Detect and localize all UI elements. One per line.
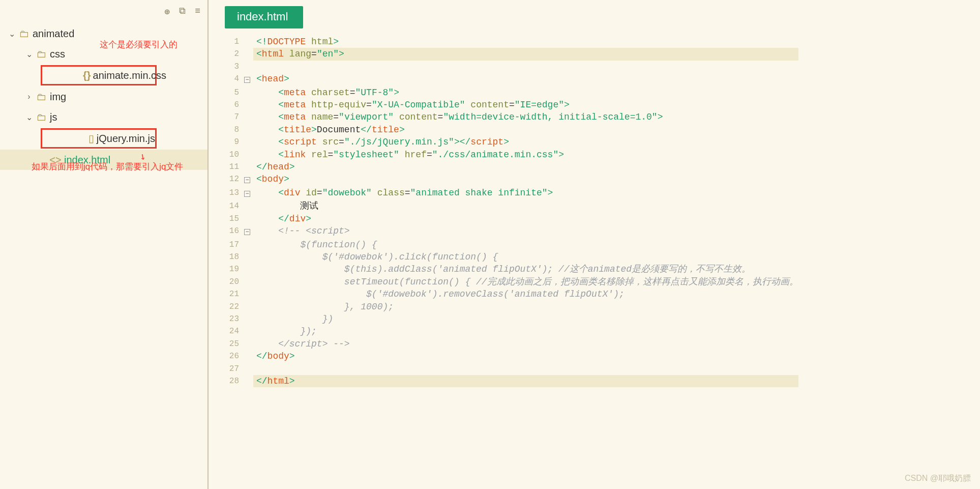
tree-file-animate-css[interactable]: {} animate.min.css bbox=[41, 65, 157, 85]
tree-folder-css[interactable]: ⌄ 🗀 css bbox=[0, 44, 207, 64]
js-icon: ▯ bbox=[88, 132, 94, 145]
chevron-down-icon: ⌄ bbox=[23, 49, 35, 59]
tree-label: animate.min.css bbox=[91, 70, 167, 81]
file-explorer: ⊕ ⧉ ≡ ⌄ 🗀 animated 这个是必须要引入的 ⌄ 🗀 css {} … bbox=[0, 0, 209, 489]
css-icon: {} bbox=[83, 70, 91, 81]
tree-file-jquery-js[interactable]: ▯ jQuery.min.js bbox=[41, 128, 157, 149]
collapse-icon[interactable]: ⧉ bbox=[179, 6, 186, 17]
tree-label: jQuery.min.js bbox=[95, 133, 155, 145]
folder-icon: 🗀 bbox=[35, 91, 48, 103]
tree-folder-img[interactable]: › 🗀 img bbox=[0, 87, 207, 107]
chevron-down-icon: ⌄ bbox=[23, 112, 35, 122]
file-tree: ⌄ 🗀 animated 这个是必须要引入的 ⌄ 🗀 css {} animat… bbox=[0, 20, 207, 170]
target-icon[interactable]: ⊕ bbox=[164, 6, 170, 17]
annotation-bottom: 如果后面用到jq代码，那需要引入jq文件 bbox=[32, 161, 183, 172]
folder-icon: 🗀 bbox=[35, 111, 48, 123]
chevron-right-icon: › bbox=[23, 92, 35, 101]
folder-icon: 🗀 bbox=[35, 48, 48, 60]
tree-folder-js[interactable]: ⌄ 🗀 js bbox=[0, 107, 207, 127]
editor-tab[interactable]: index.html bbox=[225, 6, 303, 28]
chevron-down-icon: ⌄ bbox=[6, 29, 17, 39]
menu-icon[interactable]: ≡ bbox=[195, 6, 200, 17]
watermark: CSDN @耶哦奶膘 bbox=[905, 473, 971, 484]
tree-label: img bbox=[48, 91, 66, 103]
tree-label: js bbox=[48, 111, 57, 123]
tree-label: css bbox=[48, 48, 65, 60]
sidebar-toolbar: ⊕ ⧉ ≡ bbox=[0, 3, 207, 20]
code-block[interactable]: 1<!DOCTYPE html>2<html lang="en">3 4−<he… bbox=[225, 36, 798, 387]
folder-icon: 🗀 bbox=[17, 28, 31, 40]
tree-label: animated bbox=[31, 28, 74, 40]
code-editor[interactable]: index.html 1<!DOCTYPE html>2<html lang="… bbox=[209, 0, 980, 489]
